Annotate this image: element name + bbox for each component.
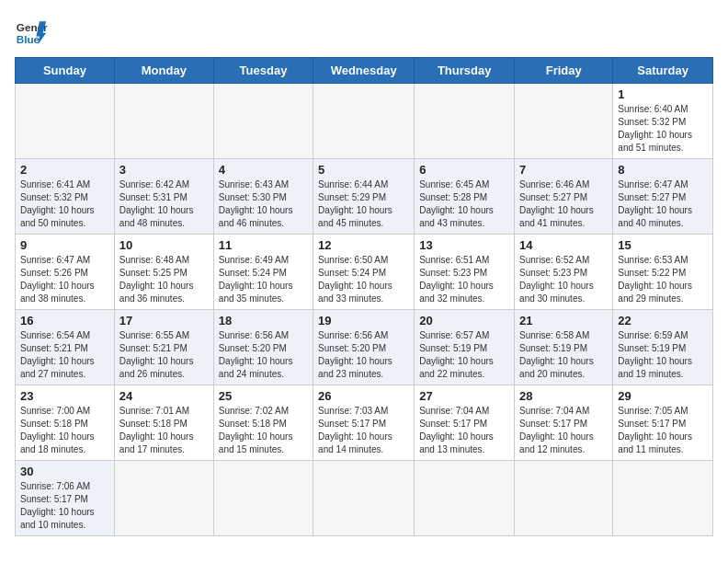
day-info: Sunrise: 6:51 AM Sunset: 5:23 PM Dayligh… (419, 254, 509, 305)
day-number: 11 (219, 238, 308, 252)
day-info: Sunrise: 6:42 AM Sunset: 5:31 PM Dayligh… (119, 178, 209, 230)
day-number: 5 (318, 163, 409, 177)
day-number: 7 (519, 163, 608, 177)
logo: General Blue (15, 15, 48, 48)
calendar-cell: 14Sunrise: 6:52 AM Sunset: 5:23 PM Dayli… (515, 235, 613, 310)
calendar-cell: 29Sunrise: 7:05 AM Sunset: 5:17 PM Dayli… (613, 385, 713, 461)
day-number: 24 (119, 389, 209, 403)
day-info: Sunrise: 6:52 AM Sunset: 5:23 PM Dayligh… (519, 254, 608, 305)
day-info: Sunrise: 7:00 AM Sunset: 5:18 PM Dayligh… (20, 405, 109, 456)
day-info: Sunrise: 7:04 AM Sunset: 5:17 PM Dayligh… (519, 405, 608, 456)
day-info: Sunrise: 7:06 AM Sunset: 5:17 PM Dayligh… (20, 480, 109, 532)
day-number: 6 (419, 163, 509, 177)
calendar-week-row: 16Sunrise: 6:54 AM Sunset: 5:21 PM Dayli… (16, 310, 713, 385)
calendar-cell: 16Sunrise: 6:54 AM Sunset: 5:21 PM Dayli… (16, 310, 115, 385)
day-number: 18 (219, 314, 308, 327)
day-number: 17 (119, 314, 209, 327)
calendar-cell: 2Sunrise: 6:41 AM Sunset: 5:32 PM Daylig… (16, 159, 115, 235)
day-number: 14 (519, 238, 608, 252)
day-number: 20 (419, 314, 509, 327)
calendar-cell (114, 461, 213, 536)
calendar-cell: 28Sunrise: 7:04 AM Sunset: 5:17 PM Dayli… (515, 385, 613, 461)
day-info: Sunrise: 6:48 AM Sunset: 5:25 PM Dayligh… (119, 254, 209, 305)
day-number: 19 (318, 314, 409, 327)
day-info: Sunrise: 7:05 AM Sunset: 5:17 PM Dayligh… (618, 405, 708, 456)
calendar-cell: 13Sunrise: 6:51 AM Sunset: 5:23 PM Dayli… (415, 235, 515, 310)
calendar-cell: 10Sunrise: 6:48 AM Sunset: 5:25 PM Dayli… (114, 235, 213, 310)
weekday-header-tuesday: Tuesday (213, 58, 313, 84)
calendar-cell: 4Sunrise: 6:43 AM Sunset: 5:30 PM Daylig… (213, 159, 313, 235)
day-info: Sunrise: 6:53 AM Sunset: 5:22 PM Dayligh… (618, 254, 708, 305)
svg-text:Blue: Blue (17, 33, 40, 45)
calendar-cell (313, 461, 415, 536)
day-number: 8 (618, 163, 708, 177)
weekday-header-sunday: Sunday (16, 58, 115, 84)
calendar-table: SundayMondayTuesdayWednesdayThursdayFrid… (15, 57, 713, 536)
day-info: Sunrise: 6:56 AM Sunset: 5:20 PM Dayligh… (219, 329, 308, 381)
day-number: 23 (20, 389, 109, 403)
day-info: Sunrise: 6:40 AM Sunset: 5:32 PM Dayligh… (618, 103, 708, 155)
day-number: 9 (20, 238, 109, 252)
day-number: 16 (20, 314, 109, 327)
calendar-week-row: 1Sunrise: 6:40 AM Sunset: 5:32 PM Daylig… (16, 84, 713, 159)
day-info: Sunrise: 7:04 AM Sunset: 5:17 PM Dayligh… (419, 405, 509, 456)
weekday-header-monday: Monday (114, 58, 213, 84)
page-header: General Blue (15, 15, 713, 48)
day-number: 2 (20, 163, 109, 177)
calendar-cell: 8Sunrise: 6:47 AM Sunset: 5:27 PM Daylig… (613, 159, 713, 235)
weekday-header-thursday: Thursday (415, 58, 515, 84)
day-number: 28 (519, 389, 608, 403)
calendar-cell (415, 84, 515, 159)
calendar-cell (515, 84, 613, 159)
weekday-header-wednesday: Wednesday (313, 58, 415, 84)
day-number: 13 (419, 238, 509, 252)
calendar-cell (16, 84, 115, 159)
day-number: 15 (618, 238, 708, 252)
day-number: 21 (519, 314, 608, 327)
day-number: 26 (318, 389, 409, 403)
calendar-cell: 23Sunrise: 7:00 AM Sunset: 5:18 PM Dayli… (16, 385, 115, 461)
calendar-cell: 12Sunrise: 6:50 AM Sunset: 5:24 PM Dayli… (313, 235, 415, 310)
calendar-cell: 3Sunrise: 6:42 AM Sunset: 5:31 PM Daylig… (114, 159, 213, 235)
calendar-cell: 20Sunrise: 6:57 AM Sunset: 5:19 PM Dayli… (415, 310, 515, 385)
day-info: Sunrise: 6:49 AM Sunset: 5:24 PM Dayligh… (219, 254, 308, 305)
calendar-cell: 6Sunrise: 6:45 AM Sunset: 5:28 PM Daylig… (415, 159, 515, 235)
day-info: Sunrise: 6:54 AM Sunset: 5:21 PM Dayligh… (20, 329, 109, 381)
weekday-header-saturday: Saturday (613, 58, 713, 84)
day-info: Sunrise: 6:45 AM Sunset: 5:28 PM Dayligh… (419, 178, 509, 230)
calendar-cell: 18Sunrise: 6:56 AM Sunset: 5:20 PM Dayli… (213, 310, 313, 385)
calendar-week-row: 9Sunrise: 6:47 AM Sunset: 5:26 PM Daylig… (16, 235, 713, 310)
calendar-cell (114, 84, 213, 159)
calendar-week-row: 2Sunrise: 6:41 AM Sunset: 5:32 PM Daylig… (16, 159, 713, 235)
weekday-header-row: SundayMondayTuesdayWednesdayThursdayFrid… (16, 58, 713, 84)
day-info: Sunrise: 7:03 AM Sunset: 5:17 PM Dayligh… (318, 405, 409, 456)
weekday-header-friday: Friday (515, 58, 613, 84)
day-number: 12 (318, 238, 409, 252)
day-info: Sunrise: 6:50 AM Sunset: 5:24 PM Dayligh… (318, 254, 409, 305)
calendar-cell: 17Sunrise: 6:55 AM Sunset: 5:21 PM Dayli… (114, 310, 213, 385)
day-info: Sunrise: 7:02 AM Sunset: 5:18 PM Dayligh… (219, 405, 308, 456)
calendar-cell: 19Sunrise: 6:56 AM Sunset: 5:20 PM Dayli… (313, 310, 415, 385)
day-info: Sunrise: 6:46 AM Sunset: 5:27 PM Dayligh… (519, 178, 608, 230)
calendar-cell: 7Sunrise: 6:46 AM Sunset: 5:27 PM Daylig… (515, 159, 613, 235)
day-info: Sunrise: 6:57 AM Sunset: 5:19 PM Dayligh… (419, 329, 509, 381)
day-info: Sunrise: 6:47 AM Sunset: 5:27 PM Dayligh… (618, 178, 708, 230)
calendar-cell: 9Sunrise: 6:47 AM Sunset: 5:26 PM Daylig… (16, 235, 115, 310)
calendar-cell: 22Sunrise: 6:59 AM Sunset: 5:19 PM Dayli… (613, 310, 713, 385)
day-number: 1 (618, 87, 708, 101)
day-number: 10 (119, 238, 209, 252)
calendar-cell: 1Sunrise: 6:40 AM Sunset: 5:32 PM Daylig… (613, 84, 713, 159)
day-number: 22 (618, 314, 708, 327)
day-info: Sunrise: 6:56 AM Sunset: 5:20 PM Dayligh… (318, 329, 409, 381)
calendar-cell (313, 84, 415, 159)
calendar-week-row: 23Sunrise: 7:00 AM Sunset: 5:18 PM Dayli… (16, 385, 713, 461)
day-number: 30 (20, 465, 109, 478)
calendar-cell: 27Sunrise: 7:04 AM Sunset: 5:17 PM Dayli… (415, 385, 515, 461)
calendar-cell (213, 84, 313, 159)
calendar-cell: 26Sunrise: 7:03 AM Sunset: 5:17 PM Dayli… (313, 385, 415, 461)
calendar-week-row: 30Sunrise: 7:06 AM Sunset: 5:17 PM Dayli… (16, 461, 713, 536)
calendar-cell: 15Sunrise: 6:53 AM Sunset: 5:22 PM Dayli… (613, 235, 713, 310)
calendar-cell: 11Sunrise: 6:49 AM Sunset: 5:24 PM Dayli… (213, 235, 313, 310)
calendar-cell: 25Sunrise: 7:02 AM Sunset: 5:18 PM Dayli… (213, 385, 313, 461)
calendar-cell (415, 461, 515, 536)
